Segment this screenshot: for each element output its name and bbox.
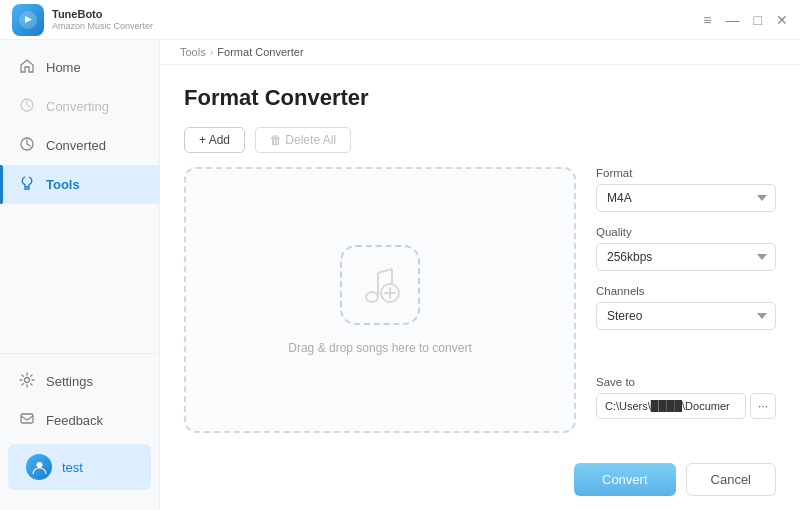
browse-button[interactable]: ··· — [750, 393, 776, 419]
two-col-layout: Drag & drop songs here to convert Format… — [184, 167, 776, 433]
svg-point-6 — [36, 462, 42, 468]
app-name: TuneBoto Amazon Music Converter — [52, 8, 153, 32]
toolbar: + Add 🗑 Delete All — [184, 127, 776, 153]
drop-zone-text: Drag & drop songs here to convert — [288, 341, 471, 355]
breadcrumb-separator: › — [210, 46, 214, 58]
quality-label: Quality — [596, 226, 776, 238]
svg-line-9 — [378, 269, 392, 273]
svg-rect-5 — [21, 414, 33, 423]
minimize-button[interactable]: — — [726, 13, 740, 27]
page-title: Format Converter — [184, 85, 776, 111]
feedback-icon — [18, 411, 36, 430]
drop-zone[interactable]: Drag & drop songs here to convert — [184, 167, 576, 433]
footer-bar: Convert Cancel — [160, 453, 800, 510]
quality-select[interactable]: 128kbps 192kbps 256kbps 320kbps — [596, 243, 776, 271]
cancel-button[interactable]: Cancel — [686, 463, 776, 496]
main-layout: Home Converting Conver — [0, 40, 800, 510]
svg-point-4 — [25, 378, 30, 383]
drop-zone-icon — [340, 245, 420, 325]
close-button[interactable]: ✕ — [776, 13, 788, 27]
delete-all-button[interactable]: 🗑 Delete All — [255, 127, 351, 153]
breadcrumb-current: Format Converter — [217, 46, 303, 58]
sidebar-item-converting: Converting — [0, 87, 159, 126]
window-controls: ≡ — □ ✕ — [703, 13, 788, 27]
channels-label: Channels — [596, 285, 776, 297]
breadcrumb-parent: Tools — [180, 46, 206, 58]
save-to-row: ··· — [596, 393, 776, 419]
channels-setting: Channels Stereo Mono — [596, 285, 776, 330]
title-bar: TuneBoto Amazon Music Converter ≡ — □ ✕ — [0, 0, 800, 40]
breadcrumb: Tools › Format Converter — [160, 40, 800, 65]
sidebar-item-feedback[interactable]: Feedback — [0, 401, 159, 440]
settings-icon — [18, 372, 36, 391]
sidebar-item-label: Home — [46, 60, 81, 75]
app-logo-icon — [12, 4, 44, 36]
sidebar-item-label: Settings — [46, 374, 93, 389]
save-to-label: Save to — [596, 376, 776, 388]
sidebar-item-home[interactable]: Home — [0, 48, 159, 87]
tools-icon — [18, 175, 36, 194]
converting-icon — [18, 97, 36, 116]
user-profile[interactable]: test — [8, 444, 151, 490]
format-select[interactable]: M4A MP3 AAC FLAC WAV OGG — [596, 184, 776, 212]
user-name: test — [62, 460, 83, 475]
add-button[interactable]: + Add — [184, 127, 245, 153]
sidebar-item-tools[interactable]: Tools — [0, 165, 159, 204]
quality-setting: Quality 128kbps 192kbps 256kbps 320kbps — [596, 226, 776, 271]
sidebar-item-label: Converted — [46, 138, 106, 153]
convert-button[interactable]: Convert — [574, 463, 676, 496]
svg-point-7 — [366, 292, 378, 302]
channels-select[interactable]: Stereo Mono — [596, 302, 776, 330]
save-to-setting: Save to ··· — [596, 376, 776, 419]
sidebar-item-converted[interactable]: Converted — [0, 126, 159, 165]
sidebar-item-label: Feedback — [46, 413, 103, 428]
sidebar-item-settings[interactable]: Settings — [0, 362, 159, 401]
app-branding: TuneBoto Amazon Music Converter — [12, 4, 153, 36]
home-icon — [18, 58, 36, 77]
page-content: Format Converter + Add 🗑 Delete All — [160, 65, 800, 453]
avatar — [26, 454, 52, 480]
format-setting: Format M4A MP3 AAC FLAC WAV OGG — [596, 167, 776, 212]
format-label: Format — [596, 167, 776, 179]
converted-icon — [18, 136, 36, 155]
sidebar-nav: Home Converting Conver — [0, 48, 159, 353]
sidebar-item-label: Converting — [46, 99, 109, 114]
maximize-button[interactable]: □ — [754, 13, 762, 27]
svg-rect-3 — [25, 186, 29, 188]
sidebar: Home Converting Conver — [0, 40, 160, 510]
settings-panel: Format M4A MP3 AAC FLAC WAV OGG Quality — [596, 167, 776, 433]
drop-zone-column: Drag & drop songs here to convert — [184, 167, 576, 433]
sidebar-bottom: Settings Feedback test — [0, 353, 159, 502]
save-to-input[interactable] — [596, 393, 746, 419]
content-area: Tools › Format Converter Format Converte… — [160, 40, 800, 510]
sidebar-item-label: Tools — [46, 177, 80, 192]
menu-button[interactable]: ≡ — [703, 13, 711, 27]
